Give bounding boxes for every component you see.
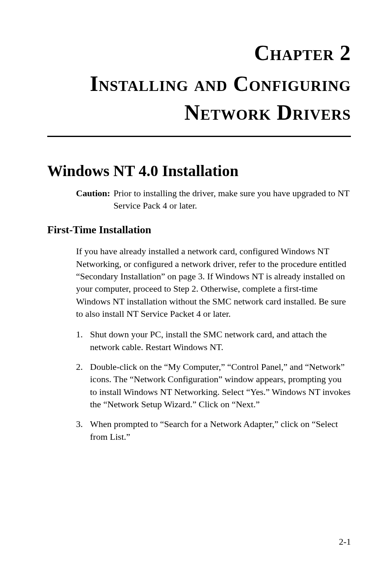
caution-text: Prior to installing the driver, make sur… — [110, 187, 351, 213]
step-item: Double-click on the “My Computer,” “Cont… — [76, 361, 351, 411]
steps-list: Shut down your PC, install the SMC netwo… — [76, 328, 351, 443]
subsection-heading: First-Time Installation — [47, 224, 351, 236]
section-heading: Windows NT 4.0 Installation — [47, 162, 351, 180]
step-item: Shut down your PC, install the SMC netwo… — [76, 328, 351, 353]
page-number: 2-1 — [339, 536, 351, 547]
caution-block: Caution: Prior to installing the driver,… — [76, 187, 351, 213]
intro-paragraph: If you have already installed a network … — [76, 245, 351, 320]
caution-label: Caution: — [76, 187, 110, 213]
page-container: Chapter 2 Installing and Configuring Net… — [0, 0, 392, 571]
chapter-title-line1: Installing and Configuring — [90, 72, 351, 95]
step-item: When prompted to “Search for a Network A… — [76, 418, 351, 443]
chapter-title: Installing and Configuring Network Drive… — [47, 70, 351, 127]
chapter-label: Chapter 2 — [47, 41, 351, 65]
title-rule — [47, 136, 351, 137]
chapter-title-line2: Network Drivers — [184, 101, 351, 124]
